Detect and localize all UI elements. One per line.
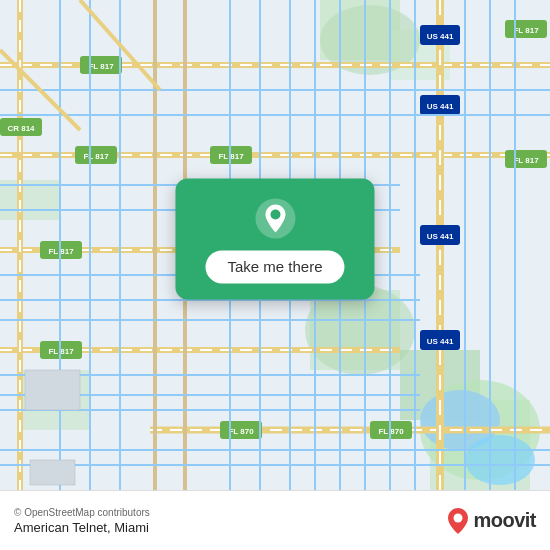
moovit-brand-name: moovit (473, 509, 536, 532)
svg-text:FL 817: FL 817 (513, 26, 539, 35)
location-label: American Telnet, Miami (14, 520, 150, 535)
svg-text:CR 814: CR 814 (7, 124, 35, 133)
location-pin-icon (253, 196, 297, 240)
navigation-card: Take me there (175, 178, 374, 299)
moovit-pin-icon (447, 507, 469, 535)
svg-text:US 441: US 441 (427, 232, 454, 241)
svg-text:US 441: US 441 (427, 102, 454, 111)
svg-text:FL 817: FL 817 (48, 347, 74, 356)
attribution-text: © OpenStreetMap contributors (14, 507, 150, 518)
svg-text:US 441: US 441 (427, 32, 454, 41)
svg-text:FL 817: FL 817 (513, 156, 539, 165)
moovit-logo: moovit (447, 507, 536, 535)
map-container: FL 817 FL 817 FL 817 FL 817 FL 817 FL 87… (0, 0, 550, 490)
svg-text:FL 817: FL 817 (88, 62, 114, 71)
bottom-bar: © OpenStreetMap contributors American Te… (0, 490, 550, 550)
svg-point-88 (270, 209, 280, 219)
svg-text:FL 817: FL 817 (48, 247, 74, 256)
bottom-info: © OpenStreetMap contributors American Te… (14, 507, 150, 535)
svg-rect-85 (25, 370, 80, 410)
svg-text:FL 817: FL 817 (83, 152, 109, 161)
svg-text:FL 870: FL 870 (228, 427, 254, 436)
svg-text:US 441: US 441 (427, 337, 454, 346)
take-me-there-button[interactable]: Take me there (205, 250, 344, 283)
svg-text:FL 817: FL 817 (218, 152, 244, 161)
svg-rect-86 (30, 460, 75, 485)
svg-point-10 (465, 435, 535, 485)
svg-text:FL 870: FL 870 (378, 427, 404, 436)
svg-point-89 (454, 513, 463, 522)
